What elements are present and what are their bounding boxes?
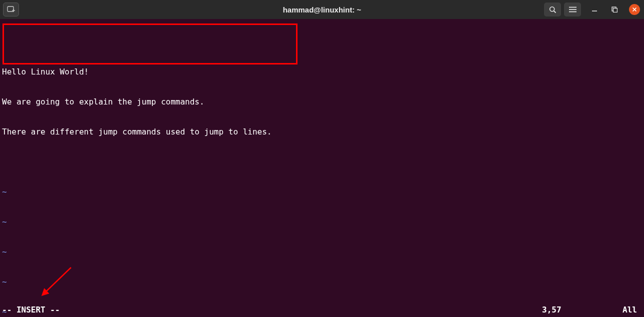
vim-tilde: ~ [2,275,642,285]
minimize-button[interactable] [588,3,601,16]
cursor-position: 3,57 [542,305,617,315]
search-button[interactable] [544,2,561,16]
new-tab-button[interactable] [3,2,19,16]
editor-line: There are different jump commands used t… [2,127,642,137]
view-position: All [617,305,642,315]
svg-rect-10 [614,8,618,12]
vim-tilde: ~ [2,245,642,255]
minimize-icon [592,6,598,12]
vim-tilde: ~ [2,215,642,225]
search-icon [549,6,556,14]
vim-mode: -- INSERT -- [2,305,60,315]
titlebar-controls [544,2,640,16]
editor-line: We are going to explain the jump command… [2,97,642,107]
editor-line: Hello Linux World! [2,67,642,77]
vim-status-bar: -- INSERT -- 3,57 All [2,305,642,315]
maximize-button[interactable] [608,3,621,16]
svg-line-4 [554,10,556,12]
new-tab-icon [7,6,15,13]
svg-point-3 [550,6,554,11]
window-title: hammad@linuxhint: ~ [283,6,362,14]
maximize-icon [612,6,618,12]
window-titlebar: hammad@linuxhint: ~ [0,0,644,19]
hamburger-icon [569,6,576,12]
menu-button[interactable] [564,2,581,16]
close-button[interactable] [629,4,640,15]
vim-tilde: ~ [2,185,642,195]
close-icon [632,7,637,12]
terminal-area[interactable]: Hello Linux World! We are going to expla… [0,19,644,317]
